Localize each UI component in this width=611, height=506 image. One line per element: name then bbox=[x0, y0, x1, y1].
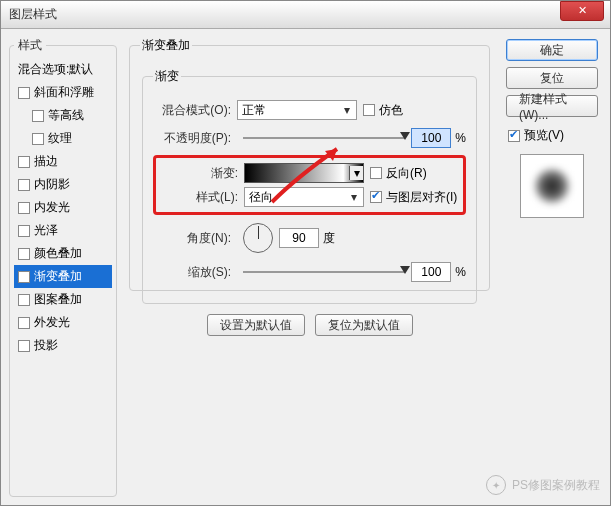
style-checkbox[interactable] bbox=[18, 179, 30, 191]
action-panel: 确定 复位 新建样式(W)... 预览(V) bbox=[502, 37, 602, 497]
chevron-down-icon: ▾ bbox=[340, 103, 354, 117]
preview-swatch bbox=[520, 154, 584, 218]
style-item-label: 内发光 bbox=[34, 199, 70, 216]
style-item[interactable]: 内阴影 bbox=[14, 173, 112, 196]
style-checkbox[interactable] bbox=[18, 294, 30, 306]
style-checkbox[interactable] bbox=[18, 225, 30, 237]
style-checkbox[interactable] bbox=[18, 271, 30, 283]
style-item-label: 斜面和浮雕 bbox=[34, 84, 94, 101]
style-checkbox[interactable] bbox=[18, 317, 30, 329]
reverse-checkbox[interactable]: 反向(R) bbox=[370, 165, 427, 182]
style-item[interactable]: 图案叠加 bbox=[14, 288, 112, 311]
style-item[interactable]: 纹理 bbox=[14, 127, 112, 150]
gradient-label: 渐变: bbox=[160, 165, 244, 182]
style-item-label: 光泽 bbox=[34, 222, 58, 239]
styles-panel: 样式 混合选项:默认 斜面和浮雕等高线纹理描边内阴影内发光光泽颜色叠加渐变叠加图… bbox=[9, 37, 117, 497]
layer-style-dialog: 图层样式 ✕ 样式 混合选项:默认 斜面和浮雕等高线纹理描边内阴影内发光光泽颜色… bbox=[0, 0, 611, 506]
style-checkbox[interactable] bbox=[18, 156, 30, 168]
new-style-button[interactable]: 新建样式(W)... bbox=[506, 95, 598, 117]
style-checkbox[interactable] bbox=[32, 110, 44, 122]
style-item-label: 颜色叠加 bbox=[34, 245, 82, 262]
style-checkbox[interactable] bbox=[18, 340, 30, 352]
opacity-input[interactable]: 100 bbox=[411, 128, 451, 148]
gradient-group-title: 渐变 bbox=[153, 68, 181, 85]
styles-heading: 样式 bbox=[14, 37, 46, 54]
style-item[interactable]: 外发光 bbox=[14, 311, 112, 334]
style-item-label: 图案叠加 bbox=[34, 291, 82, 308]
style-item[interactable]: 光泽 bbox=[14, 219, 112, 242]
blend-mode-select[interactable]: 正常▾ bbox=[237, 100, 357, 120]
scale-slider[interactable] bbox=[243, 269, 405, 275]
window-title: 图层样式 bbox=[9, 6, 57, 23]
style-item[interactable]: 投影 bbox=[14, 334, 112, 357]
dither-checkbox[interactable]: 仿色 bbox=[363, 102, 403, 119]
style-label: 样式(L): bbox=[160, 189, 244, 206]
gradient-picker[interactable]: ▾ bbox=[244, 163, 364, 183]
watermark: ✦ PS修图案例教程 bbox=[486, 475, 600, 495]
style-item[interactable]: 颜色叠加 bbox=[14, 242, 112, 265]
settings-panel: 渐变叠加 渐变 混合模式(O): 正常▾ 仿色 不透明度(P): bbox=[127, 37, 492, 497]
style-item-label: 投影 bbox=[34, 337, 58, 354]
style-item[interactable]: 描边 bbox=[14, 150, 112, 173]
style-item-label: 等高线 bbox=[48, 107, 84, 124]
style-item[interactable]: 等高线 bbox=[14, 104, 112, 127]
reset-default-button[interactable]: 复位为默认值 bbox=[315, 314, 413, 336]
titlebar: 图层样式 ✕ bbox=[1, 1, 610, 29]
style-item[interactable]: 内发光 bbox=[14, 196, 112, 219]
style-item[interactable]: 斜面和浮雕 bbox=[14, 81, 112, 104]
align-checkbox[interactable]: 与图层对齐(I) bbox=[370, 189, 457, 206]
scale-input[interactable]: 100 bbox=[411, 262, 451, 282]
style-item-label: 描边 bbox=[34, 153, 58, 170]
style-item[interactable]: 渐变叠加 bbox=[14, 265, 112, 288]
style-checkbox[interactable] bbox=[32, 133, 44, 145]
style-item-label: 内阴影 bbox=[34, 176, 70, 193]
angle-input[interactable]: 90 bbox=[279, 228, 319, 248]
angle-label: 角度(N): bbox=[153, 230, 237, 247]
style-checkbox[interactable] bbox=[18, 202, 30, 214]
chevron-down-icon: ▾ bbox=[347, 190, 361, 204]
close-button[interactable]: ✕ bbox=[560, 1, 604, 21]
wechat-icon: ✦ bbox=[486, 475, 506, 495]
style-item-label: 外发光 bbox=[34, 314, 70, 331]
section-title: 渐变叠加 bbox=[140, 37, 192, 54]
style-item-label: 纹理 bbox=[48, 130, 72, 147]
style-select[interactable]: 径向▾ bbox=[244, 187, 364, 207]
opacity-label: 不透明度(P): bbox=[153, 130, 237, 147]
chevron-down-icon: ▾ bbox=[349, 166, 363, 180]
blend-mode-label: 混合模式(O): bbox=[153, 102, 237, 119]
style-item-label: 渐变叠加 bbox=[34, 268, 82, 285]
angle-dial[interactable] bbox=[243, 223, 273, 253]
style-checkbox[interactable] bbox=[18, 248, 30, 260]
cancel-button[interactable]: 复位 bbox=[506, 67, 598, 89]
preview-checkbox[interactable]: 预览(V) bbox=[508, 127, 564, 144]
highlight-annotation: 渐变: ▾ 反向(R) 样式(L): 径向▾ bbox=[153, 155, 466, 215]
scale-label: 缩放(S): bbox=[153, 264, 237, 281]
style-checkbox[interactable] bbox=[18, 87, 30, 99]
set-default-button[interactable]: 设置为默认值 bbox=[207, 314, 305, 336]
ok-button[interactable]: 确定 bbox=[506, 39, 598, 61]
opacity-slider[interactable] bbox=[243, 135, 405, 141]
blending-options[interactable]: 混合选项:默认 bbox=[14, 58, 112, 81]
